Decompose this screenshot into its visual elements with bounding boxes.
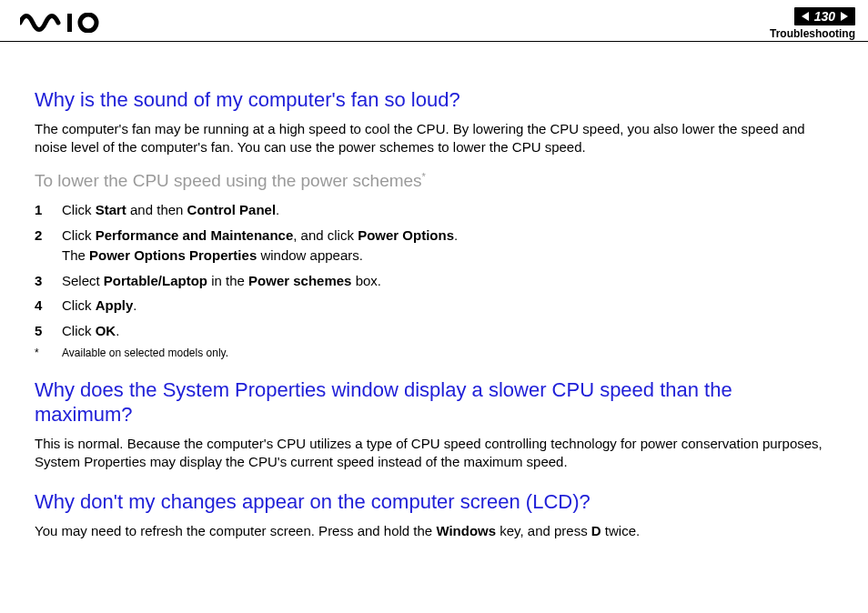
question-2-title: Why does the System Properties window di… [35, 377, 833, 427]
subheading-text: To lower the CPU speed using the power s… [35, 171, 422, 190]
page-number: 130 [814, 9, 835, 24]
page-number-badge[interactable]: 130 [794, 7, 855, 25]
header-right: 130 Troubleshooting [770, 7, 855, 40]
question-1-subheading: To lower the CPU speed using the power s… [35, 171, 833, 191]
step-2: Click Performance and Maintenance, and c… [35, 226, 833, 266]
vaio-logo-icon [20, 13, 120, 33]
section-label: Troubleshooting [770, 27, 855, 40]
footnote: * Available on selected models only. [35, 347, 833, 359]
footnote-text: Available on selected models only. [62, 347, 228, 359]
step-4: Click Apply. [35, 296, 833, 316]
step-2-sub: The Power Options Properties window appe… [62, 246, 833, 266]
step-3: Select Portable/Laptop in the Power sche… [35, 271, 833, 291]
next-page-icon[interactable] [841, 12, 848, 21]
subheading-footnote-mark: * [422, 171, 426, 182]
prev-page-icon[interactable] [802, 12, 809, 21]
svg-rect-0 [67, 14, 72, 32]
page-content: Why is the sound of my computer's fan so… [0, 42, 868, 562]
vaio-logo [20, 13, 120, 33]
question-1-body: The computer's fan may be running at a h… [35, 120, 833, 157]
step-5: Click OK. [35, 321, 833, 341]
question-3-title: Why don't my changes appear on the compu… [35, 489, 833, 515]
step-1: Click Start and then Control Panel. [35, 200, 833, 220]
question-3-body: You may need to refresh the computer scr… [35, 522, 833, 540]
footnote-mark: * [35, 347, 45, 359]
steps-list: Click Start and then Control Panel. Clic… [35, 200, 833, 341]
question-2-body: This is normal. Because the computer's C… [35, 435, 833, 472]
page-header: 130 Troubleshooting [0, 0, 868, 42]
svg-point-1 [80, 15, 96, 31]
question-1-title: Why is the sound of my computer's fan so… [35, 87, 833, 113]
